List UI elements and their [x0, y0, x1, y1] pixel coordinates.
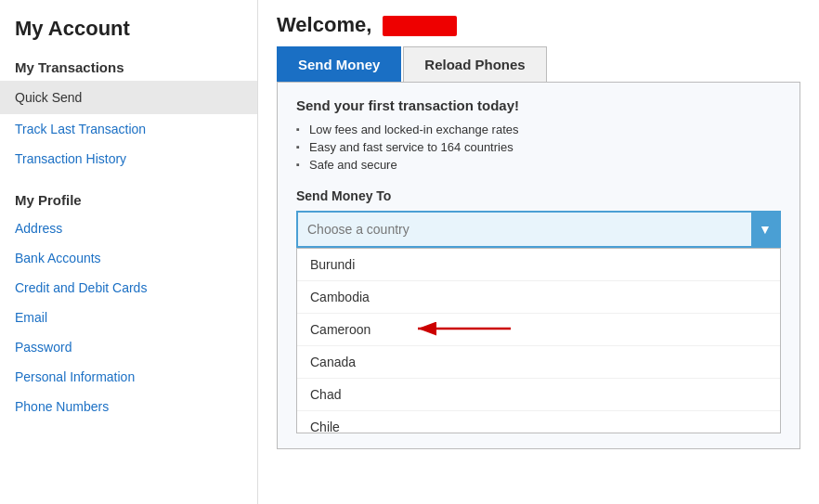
- sidebar-item-password[interactable]: Password: [0, 332, 257, 362]
- sidebar-item-email[interactable]: Email: [0, 303, 257, 332]
- tabs-container: Send Money Reload Phones: [277, 46, 819, 82]
- send-money-to-label: Send Money To: [296, 188, 781, 203]
- sidebar-title: My Account: [0, 0, 257, 50]
- country-dropdown-button[interactable]: ▼: [751, 213, 779, 246]
- tab-reload-phones[interactable]: Reload Phones: [403, 46, 546, 82]
- sidebar-item-phone-numbers[interactable]: Phone Numbers: [0, 392, 257, 421]
- country-option-canada[interactable]: Canada: [297, 346, 780, 379]
- promo-title: Send your first transaction today!: [296, 97, 781, 113]
- sidebar-item-credit-cards[interactable]: Credit and Debit Cards: [0, 273, 257, 303]
- country-input[interactable]: [298, 214, 751, 244]
- annotation-arrow: [409, 316, 520, 343]
- welcome-text: Welcome,: [277, 13, 371, 36]
- tab-send-money[interactable]: Send Money: [277, 46, 401, 82]
- promo-item-2: Easy and fast service to 164 countries: [296, 138, 781, 156]
- sidebar-item-quick-send[interactable]: Quick Send: [0, 81, 257, 114]
- sidebar-item-track-last[interactable]: Track Last Transaction: [0, 114, 257, 144]
- country-option-cambodia[interactable]: Cambodia: [297, 281, 780, 314]
- sidebar: My Account My Transactions Quick Send Tr…: [0, 0, 258, 504]
- promo-list: Low fees and locked-in exchange rates Ea…: [296, 121, 781, 174]
- user-name-redacted: [383, 16, 457, 36]
- promo-item-1: Low fees and locked-in exchange rates: [296, 121, 781, 138]
- sidebar-item-bank-accounts[interactable]: Bank Accounts: [0, 243, 257, 273]
- sidebar-item-transaction-history[interactable]: Transaction History: [0, 144, 257, 174]
- promo-item-3: Safe and secure: [296, 156, 781, 174]
- page-header: Welcome,: [258, 0, 819, 46]
- country-option-cameroon[interactable]: Cameroon: [297, 314, 780, 346]
- profile-section-title: My Profile: [0, 183, 257, 213]
- country-option-burundi[interactable]: Burundi: [297, 249, 780, 281]
- country-selector[interactable]: ▼: [296, 211, 781, 248]
- country-option-chad[interactable]: Chad: [297, 379, 780, 411]
- transactions-section-title: My Transactions: [0, 50, 257, 81]
- content-panel: Send your first transaction today! Low f…: [277, 82, 800, 449]
- country-option-chile[interactable]: Chile: [297, 411, 780, 433]
- main-content: Welcome, Send Money Reload Phones Send y…: [258, 0, 819, 504]
- country-dropdown-list[interactable]: Burundi Cambodia Cameroon: [296, 248, 781, 433]
- sidebar-item-personal-info[interactable]: Personal Information: [0, 362, 257, 392]
- sidebar-item-address[interactable]: Address: [0, 213, 257, 243]
- chevron-down-icon: ▼: [759, 222, 772, 237]
